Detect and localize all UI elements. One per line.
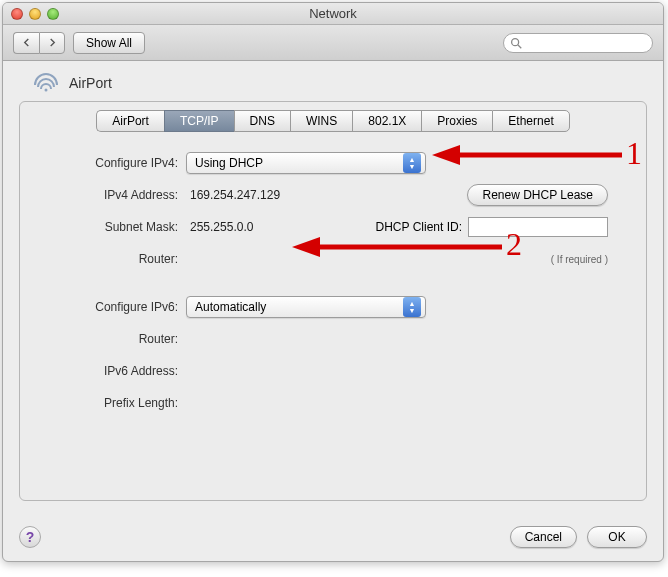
back-button[interactable] xyxy=(13,32,39,54)
search-icon xyxy=(509,36,523,50)
ipv4-router-label: Router: xyxy=(58,252,186,266)
ipv4-address-label: IPv4 Address: xyxy=(58,188,186,202)
annotation-number-2: 2 xyxy=(506,226,522,263)
forward-button[interactable] xyxy=(39,32,65,54)
svg-point-0 xyxy=(512,38,519,45)
tab-ethernet[interactable]: Ethernet xyxy=(492,110,569,132)
dhcp-client-id-input[interactable] xyxy=(468,217,608,237)
zoom-window-button[interactable] xyxy=(47,8,59,20)
help-button[interactable]: ? xyxy=(19,526,41,548)
svg-line-1 xyxy=(518,44,522,48)
settings-sheet: AirPort TCP/IP DNS WINS 802.1X Proxies E… xyxy=(19,101,647,501)
configure-ipv6-popup[interactable]: Automatically ▲▼ xyxy=(186,296,426,318)
airport-icon xyxy=(33,73,59,93)
ok-button[interactable]: OK xyxy=(587,526,647,548)
chevron-right-icon xyxy=(48,38,57,47)
renew-dhcp-lease-button[interactable]: Renew DHCP Lease xyxy=(467,184,608,206)
titlebar: Network xyxy=(3,3,663,25)
show-all-button[interactable]: Show All xyxy=(73,32,145,54)
configure-ipv6-label: Configure IPv6: xyxy=(58,300,186,314)
configure-ipv4-popup[interactable]: Using DHCP ▲▼ xyxy=(186,152,426,174)
close-window-button[interactable] xyxy=(11,8,23,20)
dhcp-client-id-label: DHCP Client ID: xyxy=(376,220,462,234)
ipv6-address-label: IPv6 Address: xyxy=(58,364,186,378)
window-title: Network xyxy=(3,6,663,21)
tab-tcpip[interactable]: TCP/IP xyxy=(164,110,234,132)
ipv6-router-label: Router: xyxy=(58,332,186,346)
subnet-mask-label: Subnet Mask: xyxy=(58,220,186,234)
form-area: Configure IPv4: Using DHCP ▲▼ IPv4 Addre… xyxy=(32,150,634,416)
tab-8021x[interactable]: 802.1X xyxy=(352,110,421,132)
popup-arrows-icon: ▲▼ xyxy=(403,153,421,173)
tab-bar: AirPort TCP/IP DNS WINS 802.1X Proxies E… xyxy=(32,110,634,132)
minimize-window-button[interactable] xyxy=(29,8,41,20)
tab-airport[interactable]: AirPort xyxy=(96,110,164,132)
chevron-left-icon xyxy=(22,38,31,47)
tab-wins[interactable]: WINS xyxy=(290,110,352,132)
ipv4-address-value: 169.254.247.129 xyxy=(186,188,280,202)
toolbar: Show All xyxy=(3,25,663,61)
cancel-button[interactable]: Cancel xyxy=(510,526,577,548)
footer: ? Cancel OK xyxy=(3,513,663,561)
configure-ipv4-value: Using DHCP xyxy=(195,156,403,170)
airport-header: AirPort xyxy=(33,73,647,93)
annotation-number-1: 1 xyxy=(626,135,642,172)
tab-dns[interactable]: DNS xyxy=(234,110,290,132)
configure-ipv4-label: Configure IPv4: xyxy=(58,156,186,170)
content: AirPort AirPort TCP/IP DNS WINS 802.1X P… xyxy=(3,61,663,513)
dhcp-client-id-note: ( If required ) xyxy=(551,254,608,265)
tab-proxies[interactable]: Proxies xyxy=(421,110,492,132)
nav-group xyxy=(13,32,65,54)
popup-arrows-icon: ▲▼ xyxy=(403,297,421,317)
configure-ipv6-value: Automatically xyxy=(195,300,403,314)
svg-point-2 xyxy=(45,89,48,92)
subnet-mask-value: 255.255.0.0 xyxy=(186,220,253,234)
prefix-length-label: Prefix Length: xyxy=(58,396,186,410)
network-window: Network Show All A xyxy=(2,2,664,562)
search-field[interactable] xyxy=(503,33,653,53)
pane-title: AirPort xyxy=(69,75,112,91)
traffic-lights xyxy=(11,8,59,20)
